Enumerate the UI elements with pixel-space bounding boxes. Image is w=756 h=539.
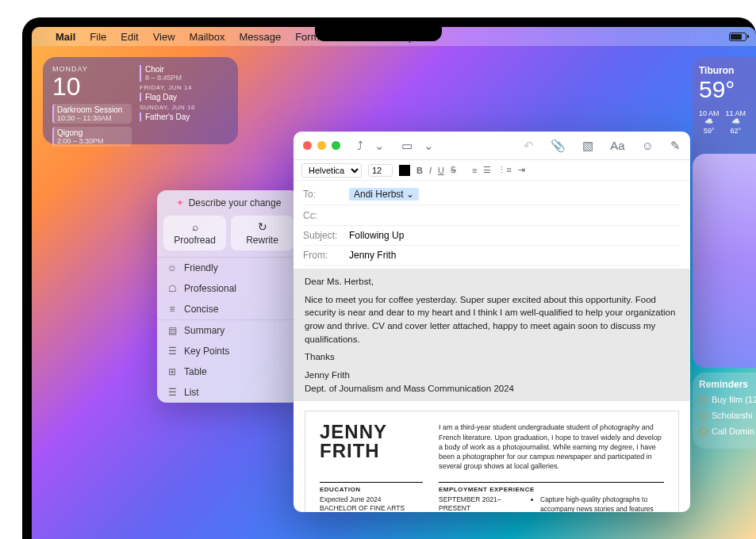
chevron-down-icon[interactable]: ⌄ — [374, 139, 385, 153]
calendar-upcoming: Flag Day — [140, 93, 228, 101]
reminder-checkbox-icon[interactable] — [699, 427, 708, 436]
signature-dept: Dept. of Journalism and Mass Communicati… — [305, 382, 679, 396]
menu-file[interactable]: File — [90, 31, 106, 43]
resume-bio: I am a third-year student undergraduate … — [439, 422, 664, 471]
weather-location: Tiburon — [699, 65, 750, 76]
send-icon[interactable]: ⤴ — [357, 139, 363, 152]
menu-view[interactable]: View — [153, 31, 175, 43]
transform-keypoints[interactable]: ☰Key Points — [157, 341, 300, 361]
window-titlebar[interactable]: ⤴ ⌄ ▭ ⌄ ↶ 📎 ▧ Aa ☺ ✎ — [294, 132, 690, 160]
signature-name: Jenny Frith — [305, 369, 679, 382]
rewrite-button[interactable]: ↻Rewrite — [231, 216, 294, 250]
list-icon: ☰ — [167, 387, 178, 398]
mail-compose-window: ⤴ ⌄ ▭ ⌄ ↶ 📎 ▧ Aa ☺ ✎ Helvetica B I U S̶ … — [294, 132, 690, 512]
display-notch — [315, 17, 442, 41]
subject-value[interactable]: Following Up — [349, 230, 404, 241]
calendar-day-number: 10 — [52, 73, 132, 101]
compose-body[interactable]: Dear Ms. Herbst, Nice to meet you for co… — [294, 269, 690, 512]
minimize-button[interactable] — [317, 141, 326, 150]
subject-label: Subject: — [303, 230, 343, 241]
strike-icon[interactable]: S̶ — [451, 165, 456, 175]
calendar-upcoming: Father's Day — [140, 113, 228, 121]
from-label: From: — [303, 250, 343, 261]
indent-icon[interactable]: ⇥ — [518, 165, 525, 175]
underline-icon[interactable]: U — [438, 166, 444, 175]
reminder-item[interactable]: Scholarshi — [699, 411, 750, 420]
transform-list[interactable]: ☰List — [157, 382, 300, 403]
reply-icon[interactable]: ↶ — [524, 139, 534, 153]
smile-icon: ☺ — [167, 262, 178, 273]
keypoints-icon: ☰ — [167, 346, 178, 357]
cc-label: Cc: — [303, 210, 343, 221]
calendar-day-name: MONDAY — [52, 65, 132, 73]
list-icon[interactable]: ⋮≡ — [497, 165, 511, 175]
writing-tools-popover: ✦ Describe your change ⌕Proofread ↻Rewri… — [157, 190, 300, 403]
desktop: Mail File Edit View Mailbox Message Form… — [32, 27, 756, 539]
compose-headers: To:Andi Herbst ⌄ Cc: Subject:Following U… — [294, 181, 690, 269]
calendar-event: Qigong 2:00 – 3:30PM — [52, 127, 132, 147]
transform-table[interactable]: ⊞Table — [157, 361, 300, 382]
color-swatch[interactable] — [399, 165, 410, 176]
weather-temperature: 59° — [699, 76, 750, 103]
transform-summary[interactable]: ▤Summary — [157, 320, 300, 341]
menu-message[interactable]: Message — [239, 31, 281, 43]
to-label: To: — [303, 189, 343, 200]
align-left-icon[interactable]: ≡ — [472, 166, 477, 175]
reminder-checkbox-icon[interactable] — [699, 411, 708, 420]
font-select[interactable]: Helvetica — [301, 163, 362, 178]
email-paragraph: Nice to meet you for coffee yesterday. S… — [305, 293, 679, 346]
font-size-input[interactable] — [368, 164, 393, 177]
italic-icon[interactable]: I — [429, 166, 432, 175]
close-button[interactable] — [303, 141, 312, 150]
chevron-down-icon[interactable]: ⌄ — [424, 139, 434, 153]
attach-icon[interactable]: 📎 — [551, 139, 566, 153]
battery-icon[interactable] — [729, 32, 746, 41]
reminders-title: Reminders — [699, 379, 750, 390]
menu-mailbox[interactable]: Mailbox — [190, 31, 225, 43]
tone-professional[interactable]: ☖Professional — [157, 278, 300, 299]
from-value[interactable]: Jenny Frith — [349, 250, 396, 261]
zoom-button[interactable] — [332, 141, 340, 150]
align-center-icon[interactable]: ☰ — [483, 165, 491, 175]
app-menu[interactable]: Mail — [56, 31, 75, 43]
emoji-icon[interactable]: ☺ — [642, 139, 654, 152]
calendar-widget[interactable]: MONDAY 10 Darkroom Session 10:30 – 11:30… — [43, 57, 238, 144]
calendar-upcoming: Choir 8 – 8:45PM — [140, 65, 228, 82]
summary-icon: ▤ — [167, 325, 178, 336]
rewrite-icon: ↻ — [234, 220, 290, 233]
reminders-widget[interactable]: Reminders Buy film (12 Scholarshi Call D… — [693, 373, 756, 449]
cc-input[interactable] — [349, 209, 681, 221]
reminder-checkbox-icon[interactable] — [699, 396, 708, 404]
format-icon[interactable]: Aa — [610, 139, 624, 152]
menu-edit[interactable]: Edit — [121, 31, 138, 43]
table-icon: ⊞ — [167, 366, 178, 377]
magnify-icon: ⌕ — [167, 220, 223, 233]
describe-change-button[interactable]: ✦ Describe your change — [157, 190, 300, 216]
calendar-event: Darkroom Session 10:30 – 11:30AM — [52, 104, 132, 124]
format-bar: Helvetica B I U S̶ ≡ ☰ ⋮≡ ⇥ — [294, 160, 690, 181]
email-greeting: Dear Ms. Herbst, — [305, 275, 679, 289]
tone-concise[interactable]: ≡Concise — [157, 299, 300, 319]
tone-friendly[interactable]: ☺Friendly — [157, 258, 300, 278]
photos-widget[interactable] — [693, 154, 756, 368]
reminder-item[interactable]: Call Domin — [699, 426, 750, 436]
email-closing: Thanks — [305, 350, 679, 364]
header-fields-icon[interactable]: ▭ — [401, 139, 413, 153]
proofread-button[interactable]: ⌕Proofread — [163, 216, 226, 250]
briefcase-icon: ☖ — [167, 283, 178, 294]
bold-icon[interactable]: B — [416, 166, 423, 175]
reminder-item[interactable]: Buy film (12 — [699, 395, 750, 404]
sparkle-icon: ✦ — [176, 197, 184, 208]
markup-icon[interactable]: ✎ — [670, 139, 681, 153]
photo-icon[interactable]: ▧ — [582, 139, 593, 153]
resume-attachment[interactable]: JENNY FRITH I am a third-year student un… — [305, 411, 679, 512]
concise-icon: ≡ — [167, 304, 178, 315]
recipient-token[interactable]: Andi Herbst ⌄ — [349, 188, 419, 201]
